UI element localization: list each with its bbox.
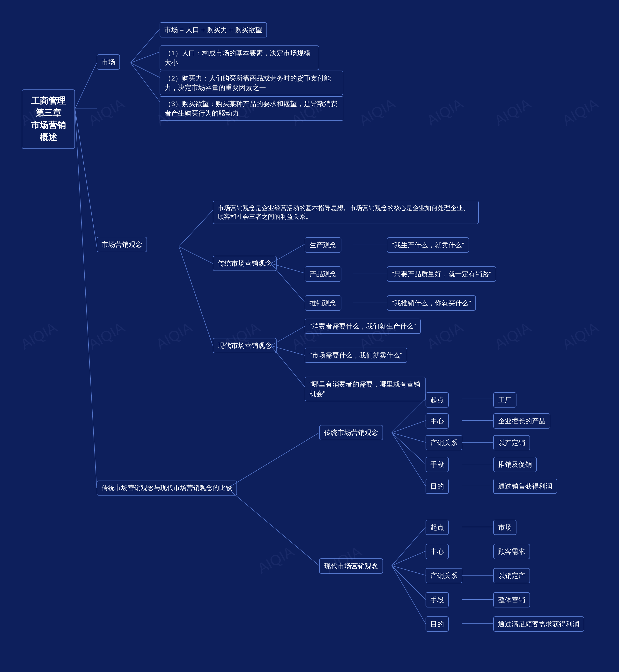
- comp-mod-1-label: 中心: [425, 544, 449, 559]
- mindmap-container: 工商管理第三章 市场营销概述 市场 市场 = 人口 + 购买力 + 购买欲望 （…: [10, 10, 609, 662]
- svg-line-21: [227, 488, 319, 566]
- comp-trad-0-label: 起点: [425, 392, 449, 407]
- comp-trad-4-value: 通过销售获得利润: [493, 478, 557, 494]
- market-node: 市场: [97, 54, 120, 70]
- trad-item-2-label: 推销观念: [305, 295, 341, 311]
- svg-line-33: [392, 551, 425, 566]
- marketing-concept-intro: 市场营销观念是企业经营活动的基本指导思想。市场营销观念的核心是企业如何处理企业、…: [213, 201, 479, 224]
- comp-trad-2-label: 产销关系: [425, 435, 462, 450]
- comp-trad-2-value: 以产定销: [493, 435, 530, 450]
- trad-item-0-quote: "我生产什么，就卖什么": [387, 237, 469, 252]
- market-item-0: 市场 = 人口 + 购买力 + 购买欲望: [159, 22, 267, 38]
- svg-line-26: [392, 433, 425, 486]
- market-item-1: （1）人口：构成市场的基本要素，决定市场规模大小: [159, 46, 319, 70]
- comp-mod-0-value: 市场: [493, 520, 517, 535]
- svg-line-32: [392, 527, 425, 566]
- market-item-3: （3）购买欲望：购买某种产品的要求和愿望，是导致消费者产生购买行为的驱动力: [159, 96, 343, 121]
- trad-item-1-label: 产品观念: [305, 267, 341, 282]
- svg-line-9: [179, 246, 213, 264]
- comp-mod-3-value: 整体营销: [493, 592, 530, 607]
- svg-line-24: [392, 433, 425, 442]
- svg-line-6: [131, 63, 159, 77]
- comp-mod-2-label: 产销关系: [425, 568, 462, 583]
- comp-trad-node: 传统市场营销观念: [319, 425, 383, 440]
- comp-mod-4-label: 目的: [425, 616, 449, 631]
- modern-item-0: "消费者需要什么，我们就生产什么": [305, 319, 421, 334]
- comp-mod-0-label: 起点: [425, 520, 449, 535]
- svg-line-22: [392, 399, 425, 433]
- modern-item-2: "哪里有消费者的需要，哪里就有营销机会": [305, 377, 425, 401]
- svg-line-34: [392, 566, 425, 575]
- traditional-concept-node: 传统市场营销观念: [213, 256, 277, 271]
- comp-trad-1-label: 中心: [425, 414, 449, 429]
- comp-trad-1-value: 企业擅长的产品: [493, 414, 550, 429]
- root-node: 工商管理第三章 市场营销概述: [22, 89, 75, 149]
- svg-line-3: [75, 109, 97, 488]
- svg-line-20: [227, 433, 319, 488]
- trad-item-0-label: 生产观念: [305, 237, 341, 252]
- svg-line-2: [75, 109, 97, 246]
- comp-trad-3-label: 手段: [425, 457, 449, 472]
- modern-item-1: "市场需要什么，我们就卖什么": [305, 348, 407, 363]
- comp-mod-4-value: 通过满足顾客需求获得利润: [493, 616, 584, 631]
- trad-item-2-quote: "我推销什么，你就买什么": [387, 295, 476, 311]
- svg-line-25: [392, 433, 425, 464]
- comp-mod-2-value: 以销定产: [493, 568, 530, 583]
- svg-line-23: [392, 421, 425, 433]
- svg-line-7: [131, 63, 159, 101]
- market-item-2: （2）购买力：人们购买所需商品或劳务时的货币支付能力，决定市场容量的重要因素之一: [159, 71, 343, 95]
- comp-trad-4-label: 目的: [425, 478, 449, 494]
- comp-modern-node: 现代市场营销观念: [319, 558, 383, 574]
- svg-line-5: [131, 52, 159, 63]
- comp-mod-3-label: 手段: [425, 592, 449, 607]
- svg-line-10: [179, 246, 213, 346]
- comp-trad-0-value: 工厂: [493, 392, 517, 407]
- comp-mod-1-value: 顾客需求: [493, 544, 530, 559]
- svg-line-4: [131, 29, 159, 63]
- svg-line-8: [179, 210, 213, 246]
- comp-trad-3-value: 推销及促销: [493, 457, 537, 472]
- modern-concept-node: 现代市场营销观念: [213, 338, 277, 353]
- trad-item-1-quote: "只要产品质量好，就一定有销路": [387, 267, 496, 282]
- svg-line-0: [75, 63, 97, 109]
- comparison-node: 传统市场营销观念与现代市场营销观念的比较: [97, 480, 237, 496]
- marketing-concept-node: 市场营销观念: [97, 237, 147, 252]
- svg-line-36: [392, 566, 425, 624]
- svg-line-35: [392, 566, 425, 599]
